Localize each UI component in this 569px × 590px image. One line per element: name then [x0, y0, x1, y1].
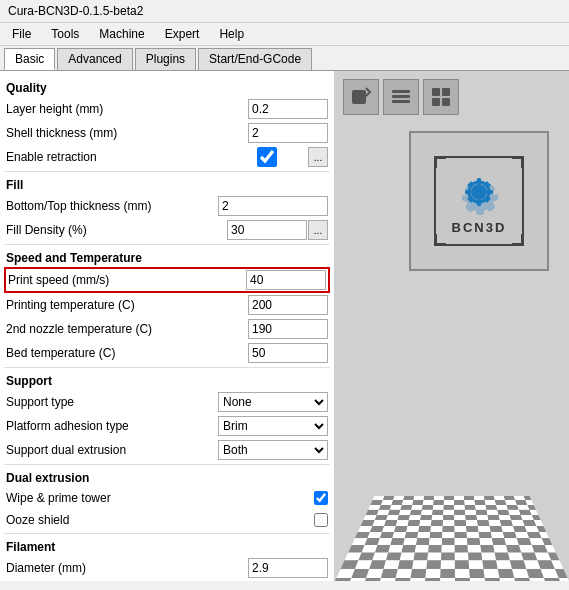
shell-thickness-input[interactable] — [248, 123, 328, 143]
wipe-prime-label: Wipe & prime tower — [6, 491, 314, 505]
bed-temp-row: Bed temperature (C) — [4, 341, 330, 365]
ooze-shield-row: Ooze shield — [4, 509, 330, 531]
second-nozzle-temp-label: 2nd nozzle temperature (C) — [6, 322, 248, 336]
main-area: Quality Layer height (mm) Shell thicknes… — [0, 71, 569, 581]
wipe-prime-row: Wipe & prime tower — [4, 487, 330, 509]
support-type-label: Support type — [6, 395, 218, 409]
menu-item-help[interactable]: Help — [215, 25, 248, 43]
diameter-input[interactable] — [248, 558, 328, 578]
second-nozzle-temp-input[interactable] — [248, 319, 328, 339]
tab-advanced[interactable]: Advanced — [57, 48, 132, 70]
printing-temp-row: Printing temperature (C) — [4, 293, 330, 317]
support-dual-extrusion-row: Support dual extrusion Both First extrud… — [4, 438, 330, 462]
support-dual-extrusion-select[interactable]: Both First extruder Second extruder — [218, 440, 328, 460]
layer-height-row: Layer height (mm) — [4, 97, 330, 121]
ooze-shield-label: Ooze shield — [6, 513, 314, 527]
retraction-input-group: ... — [227, 147, 328, 167]
shell-thickness-row: Shell thickness (mm) — [4, 121, 330, 145]
gear-icon — [455, 168, 503, 216]
3d-view-panel: BCN3D — [335, 71, 569, 581]
fill-density-dots-button[interactable]: ... — [308, 220, 328, 240]
checkerboard-floor — [335, 496, 569, 581]
tab-start-end-gcode[interactable]: Start/End-GCode — [198, 48, 312, 70]
svg-rect-10 — [477, 178, 481, 184]
logo-frame: BCN3D — [434, 156, 524, 246]
printer-card: BCN3D — [409, 131, 559, 271]
print-speed-label: Print speed (mm/s) — [8, 273, 246, 287]
dual-extrusion-header: Dual extrusion — [4, 467, 330, 487]
bed-temp-input[interactable] — [248, 343, 328, 363]
svg-rect-12 — [465, 190, 471, 194]
window-title: Cura-BCN3D-0.1.5-beta2 — [8, 4, 143, 18]
layer-height-input[interactable] — [248, 99, 328, 119]
fill-header: Fill — [4, 174, 330, 194]
svg-point-9 — [474, 187, 484, 197]
printing-temp-label: Printing temperature (C) — [6, 298, 248, 312]
menu-item-expert[interactable]: Expert — [161, 25, 204, 43]
menu-bar: FileToolsMachineExpertHelp — [0, 23, 569, 46]
printing-temp-input[interactable] — [248, 295, 328, 315]
printer-visualization: BCN3D — [335, 71, 569, 581]
support-type-select[interactable]: None Touching buildplate Everywhere — [218, 392, 328, 412]
support-dual-extrusion-label: Support dual extrusion — [6, 443, 218, 457]
bottom-top-thickness-input[interactable] — [218, 196, 328, 216]
second-nozzle-temp-row: 2nd nozzle temperature (C) — [4, 317, 330, 341]
print-speed-input[interactable] — [246, 270, 326, 290]
menu-item-machine[interactable]: Machine — [95, 25, 148, 43]
svg-rect-13 — [487, 190, 493, 194]
support-type-row: Support type None Touching buildplate Ev… — [4, 390, 330, 414]
support-header: Support — [4, 370, 330, 390]
svg-rect-11 — [477, 200, 481, 206]
platform-adhesion-select[interactable]: None Brim Raft — [218, 416, 328, 436]
platform-adhesion-label: Platform adhesion type — [6, 419, 218, 433]
diameter-row: Diameter (mm) — [4, 556, 330, 580]
print-speed-row: Print speed (mm/s) — [4, 267, 330, 293]
speed-temp-header: Speed and Temperature — [4, 247, 330, 267]
shell-thickness-label: Shell thickness (mm) — [6, 126, 248, 140]
fill-density-row: Fill Density (%) ... — [4, 218, 330, 242]
quality-header: Quality — [4, 77, 330, 97]
tab-plugins[interactable]: Plugins — [135, 48, 196, 70]
enable-retraction-row: Enable retraction ... — [4, 145, 330, 169]
fill-density-label: Fill Density (%) — [6, 223, 227, 237]
bottom-top-thickness-row: Bottom/Top thickness (mm) — [4, 194, 330, 218]
layer-height-label: Layer height (mm) — [6, 102, 248, 116]
bcn3d-brand-text: BCN3D — [452, 220, 507, 235]
title-bar: Cura-BCN3D-0.1.5-beta2 — [0, 0, 569, 23]
menu-item-tools[interactable]: Tools — [47, 25, 83, 43]
ooze-shield-checkbox[interactable] — [314, 513, 328, 527]
filament-header: Filament — [4, 536, 330, 556]
platform-adhesion-row: Platform adhesion type None Brim Raft — [4, 414, 330, 438]
enable-retraction-label: Enable retraction — [6, 150, 227, 164]
menu-item-file[interactable]: File — [8, 25, 35, 43]
tab-bar: BasicAdvancedPluginsStart/End-GCode — [0, 46, 569, 71]
enable-retraction-checkbox[interactable] — [227, 147, 307, 167]
retraction-dots-button[interactable]: ... — [308, 147, 328, 167]
fill-density-input-group: ... — [227, 220, 328, 240]
printer-screen: BCN3D — [409, 131, 549, 271]
bottom-top-thickness-label: Bottom/Top thickness (mm) — [6, 199, 218, 213]
diameter-label: Diameter (mm) — [6, 561, 248, 575]
bed-temp-label: Bed temperature (C) — [6, 346, 248, 360]
fill-density-input[interactable] — [227, 220, 307, 240]
wipe-prime-checkbox[interactable] — [314, 491, 328, 505]
tab-basic[interactable]: Basic — [4, 48, 55, 70]
settings-panel: Quality Layer height (mm) Shell thicknes… — [0, 71, 335, 581]
